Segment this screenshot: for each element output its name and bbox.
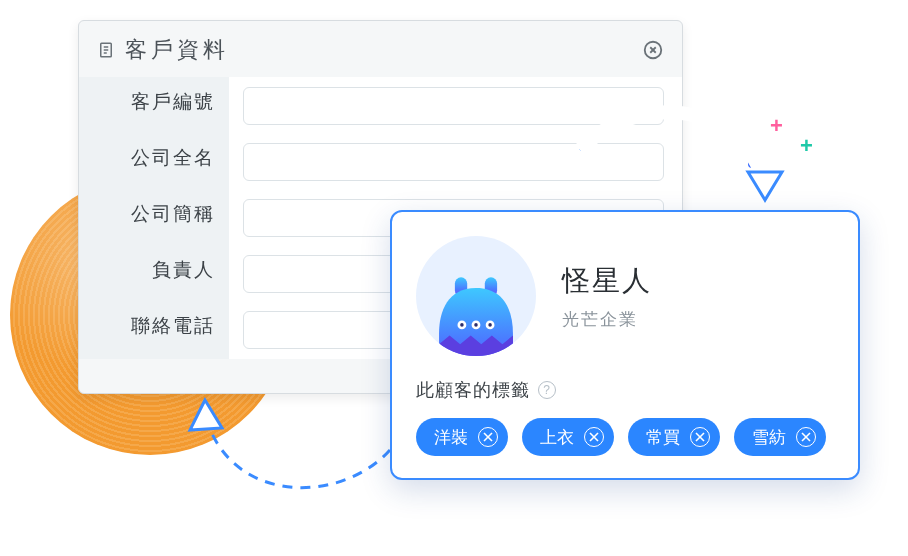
tag-remove-icon[interactable] xyxy=(690,427,710,447)
customer-company: 光芒企業 xyxy=(562,308,652,331)
decorative-plus-icon: + xyxy=(800,135,813,157)
arrow-left-icon xyxy=(190,350,410,514)
document-icon xyxy=(97,41,115,59)
customer-card: 怪星人 光芒企業 此顧客的標籤 ? 洋裝 上衣 常買 雪紡 xyxy=(390,210,860,480)
tag-chip[interactable]: 上衣 xyxy=(522,418,614,456)
tags-section-label: 此顧客的標籤 xyxy=(416,378,530,402)
svg-marker-8 xyxy=(190,400,222,430)
customer-name: 怪星人 xyxy=(562,262,652,300)
label-company-short: 公司簡稱 xyxy=(79,199,215,229)
tag-chip[interactable]: 常買 xyxy=(628,418,720,456)
tag-remove-icon[interactable] xyxy=(478,427,498,447)
svg-point-15 xyxy=(474,323,478,327)
label-company-full: 公司全名 xyxy=(79,143,215,173)
svg-point-16 xyxy=(488,323,492,327)
avatar xyxy=(416,236,536,356)
tag-chip[interactable]: 洋裝 xyxy=(416,418,508,456)
svg-point-14 xyxy=(460,323,464,327)
help-icon[interactable]: ? xyxy=(538,381,556,399)
tag-remove-icon[interactable] xyxy=(584,427,604,447)
modal-title: 客戶資料 xyxy=(125,35,642,65)
tag-label: 洋裝 xyxy=(434,426,468,449)
tags-row: 洋裝 上衣 常買 雪紡 xyxy=(416,418,834,456)
label-phone: 聯絡電話 xyxy=(79,311,215,341)
label-customer-id: 客戶編號 xyxy=(79,87,215,117)
svg-marker-7 xyxy=(748,172,782,200)
tag-label: 雪紡 xyxy=(752,426,786,449)
tag-label: 上衣 xyxy=(540,426,574,449)
tag-label: 常買 xyxy=(646,426,680,449)
tag-chip[interactable]: 雪紡 xyxy=(734,418,826,456)
form-labels: 客戶編號 公司全名 公司簡稱 負責人 聯絡電話 xyxy=(79,77,229,359)
tag-remove-icon[interactable] xyxy=(796,427,816,447)
label-owner: 負責人 xyxy=(79,255,215,285)
close-button[interactable] xyxy=(642,39,664,61)
